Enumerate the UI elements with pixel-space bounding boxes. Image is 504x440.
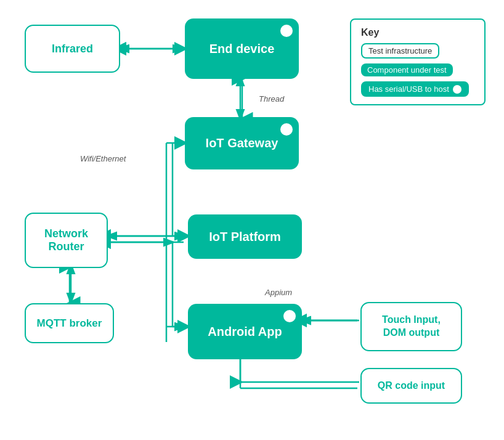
serial-dot-icon xyxy=(453,85,461,94)
key-item-component: Component under test xyxy=(361,63,474,76)
mqtt-broker-node: MQTT broker xyxy=(25,303,114,343)
key-title: Key xyxy=(361,27,474,38)
key-item-serial: Has serial/USB to host xyxy=(361,81,474,97)
diagram-container: Infrared End device IoT Gateway Network … xyxy=(0,0,504,440)
key-swatch-infra: Test infrastructure xyxy=(361,43,439,59)
touch-input-node: Touch Input, DOM output xyxy=(360,302,462,351)
thread-label: Thread xyxy=(259,94,284,104)
key-swatch-serial: Has serial/USB to host xyxy=(361,81,469,97)
wifi-ethernet-label: Wifi/Ethernet xyxy=(80,154,126,163)
android-app-node: Android App xyxy=(188,304,302,359)
key-item-infra: Test infrastructure xyxy=(361,43,474,59)
iot-platform-node: IoT Platform xyxy=(188,214,302,259)
appium-label: Appium xyxy=(265,288,292,297)
qr-code-node: QR code input xyxy=(360,368,462,404)
infrared-node: Infrared xyxy=(25,25,120,73)
network-router-node: Network Router xyxy=(25,213,108,268)
svg-line-5 xyxy=(123,143,173,236)
key-box: Key Test infrastructure Component under … xyxy=(350,18,486,105)
iot-gateway-node: IoT Gateway xyxy=(185,117,299,169)
end-device-node: End device xyxy=(185,18,299,79)
key-swatch-component: Component under test xyxy=(361,63,453,76)
